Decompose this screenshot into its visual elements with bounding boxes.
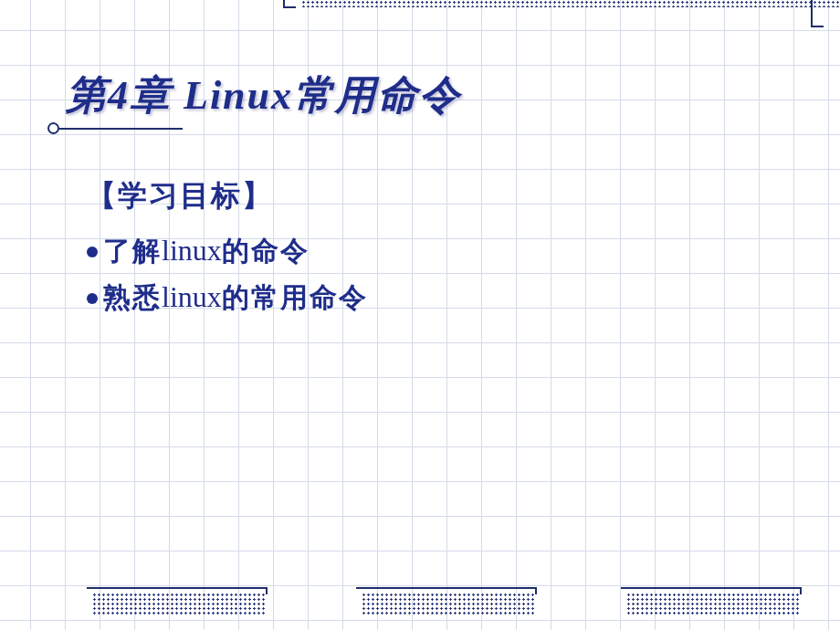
bullet-item: 了解linux的命令 (87, 233, 368, 270)
slide-title: 第4章 Linux常用命令 (66, 68, 461, 122)
top-decoration-dots (301, 0, 840, 7)
title-underline-line (59, 128, 183, 130)
title-underline-circle-icon (47, 122, 59, 134)
bullet-prefix: 了解 (103, 236, 162, 266)
bottom-decoration-bars (0, 587, 840, 619)
top-corner-marker (283, 0, 296, 8)
bottom-bar-3 (621, 587, 794, 611)
bullet-dot-icon (87, 247, 98, 257)
bullet-prefix: 熟悉 (103, 282, 162, 312)
bar-dots-fill (362, 593, 535, 616)
bullet-item: 熟悉linux的常用命令 (87, 279, 368, 317)
bullet-suffix: 的常用命令 (222, 282, 368, 312)
bar-dots-fill (626, 593, 800, 616)
title-area: 第4章 Linux常用命令 (66, 68, 461, 122)
bullet-suffix: 的命令 (222, 236, 310, 266)
bullet-text: 熟悉linux的常用命令 (103, 279, 368, 317)
bullet-latin: linux (162, 234, 222, 267)
bullet-text: 了解linux的命令 (103, 233, 310, 270)
bottom-bar-2 (356, 587, 530, 611)
bar-dots-fill (92, 593, 266, 616)
bottom-bar-1 (87, 587, 260, 611)
right-corner-marker (811, 0, 824, 27)
section-heading: 【学习目标】 (87, 176, 368, 216)
bullet-latin: linux (162, 280, 222, 313)
content-area: 【学习目标】 了解linux的命令 熟悉linux的常用命令 (87, 176, 368, 326)
bullet-dot-icon (87, 293, 98, 304)
